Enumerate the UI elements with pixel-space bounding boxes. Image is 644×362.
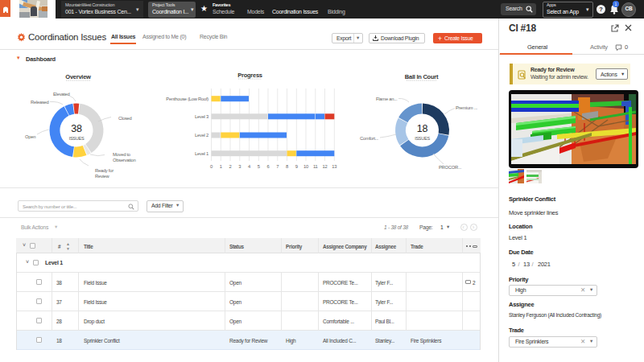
- svg-text:Level 3: Level 3: [195, 114, 208, 119]
- svg-text:18: 18: [417, 123, 428, 134]
- svg-text:Ready for: Ready for: [95, 168, 114, 173]
- svg-text:Level 1: Level 1: [195, 151, 208, 156]
- svg-text:PROCOR...: PROCOR...: [439, 165, 462, 170]
- svg-text:Overview: Overview: [65, 73, 91, 80]
- svg-text:6: 6: [267, 164, 270, 169]
- svg-text:10: 10: [303, 164, 308, 169]
- svg-text:Released: Released: [31, 100, 49, 105]
- svg-text:Observation: Observation: [113, 158, 136, 162]
- svg-text:ISSUES: ISSUES: [415, 136, 430, 141]
- svg-text:12: 12: [323, 164, 328, 169]
- svg-text:Level 2: Level 2: [195, 133, 208, 138]
- svg-text:7: 7: [276, 164, 279, 169]
- svg-text:Closed: Closed: [118, 116, 132, 121]
- svg-text:Review: Review: [95, 174, 110, 179]
- svg-text:Open: Open: [25, 134, 35, 139]
- svg-text:ISSUES: ISSUES: [69, 136, 85, 141]
- svg-text:0: 0: [210, 164, 213, 169]
- svg-text:8: 8: [286, 164, 288, 169]
- svg-text:1: 1: [220, 164, 222, 169]
- svg-text:Flame an...: Flame an...: [376, 97, 398, 101]
- svg-text:13: 13: [332, 164, 336, 169]
- svg-text:Premium ...: Premium ...: [456, 105, 478, 110]
- svg-text:Moved to: Moved to: [113, 152, 130, 157]
- svg-text:3: 3: [238, 164, 241, 169]
- svg-text:Ball In Court: Ball In Court: [405, 73, 439, 80]
- svg-text:Penthouse (Low Roof): Penthouse (Low Roof): [166, 97, 208, 101]
- svg-text:11: 11: [313, 164, 318, 169]
- svg-text:4: 4: [248, 164, 251, 169]
- svg-text:9: 9: [295, 164, 298, 169]
- svg-text:Progress: Progress: [237, 72, 262, 79]
- svg-text:Comfort...: Comfort...: [360, 136, 379, 141]
- svg-text:38: 38: [71, 123, 82, 134]
- svg-text:2: 2: [229, 164, 232, 169]
- svg-text:Elevated: Elevated: [53, 92, 70, 97]
- svg-text:5: 5: [258, 164, 260, 169]
